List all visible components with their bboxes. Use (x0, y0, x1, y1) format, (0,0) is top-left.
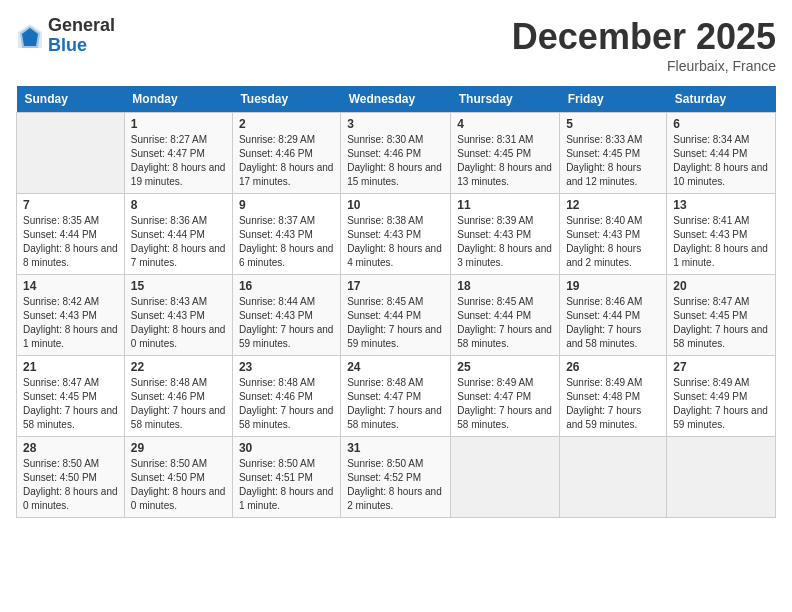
calendar-cell: 29Sunrise: 8:50 AMSunset: 4:50 PMDayligh… (124, 437, 232, 518)
day-info: Sunrise: 8:40 AMSunset: 4:43 PMDaylight:… (566, 214, 660, 270)
calendar-cell: 21Sunrise: 8:47 AMSunset: 4:45 PMDayligh… (17, 356, 125, 437)
day-number: 29 (131, 441, 226, 455)
calendar-cell: 20Sunrise: 8:47 AMSunset: 4:45 PMDayligh… (667, 275, 776, 356)
day-number: 7 (23, 198, 118, 212)
day-info: Sunrise: 8:45 AMSunset: 4:44 PMDaylight:… (457, 295, 553, 351)
logo-blue-text: Blue (48, 36, 115, 56)
day-info: Sunrise: 8:27 AMSunset: 4:47 PMDaylight:… (131, 133, 226, 189)
calendar-header-row: SundayMondayTuesdayWednesdayThursdayFrid… (17, 86, 776, 113)
calendar-cell: 30Sunrise: 8:50 AMSunset: 4:51 PMDayligh… (232, 437, 340, 518)
calendar-cell (451, 437, 560, 518)
day-info: Sunrise: 8:37 AMSunset: 4:43 PMDaylight:… (239, 214, 334, 270)
day-number: 22 (131, 360, 226, 374)
day-info: Sunrise: 8:48 AMSunset: 4:46 PMDaylight:… (131, 376, 226, 432)
column-header-friday: Friday (560, 86, 667, 113)
location: Fleurbaix, France (512, 58, 776, 74)
day-info: Sunrise: 8:47 AMSunset: 4:45 PMDaylight:… (23, 376, 118, 432)
column-header-thursday: Thursday (451, 86, 560, 113)
day-number: 31 (347, 441, 444, 455)
calendar-week-row: 14Sunrise: 8:42 AMSunset: 4:43 PMDayligh… (17, 275, 776, 356)
day-number: 20 (673, 279, 769, 293)
logo: General Blue (16, 16, 115, 56)
day-info: Sunrise: 8:39 AMSunset: 4:43 PMDaylight:… (457, 214, 553, 270)
calendar-cell: 18Sunrise: 8:45 AMSunset: 4:44 PMDayligh… (451, 275, 560, 356)
day-number: 13 (673, 198, 769, 212)
day-info: Sunrise: 8:50 AMSunset: 4:50 PMDaylight:… (23, 457, 118, 513)
day-info: Sunrise: 8:50 AMSunset: 4:51 PMDaylight:… (239, 457, 334, 513)
day-number: 4 (457, 117, 553, 131)
day-number: 18 (457, 279, 553, 293)
calendar-cell: 31Sunrise: 8:50 AMSunset: 4:52 PMDayligh… (341, 437, 451, 518)
day-info: Sunrise: 8:50 AMSunset: 4:50 PMDaylight:… (131, 457, 226, 513)
calendar-cell: 1Sunrise: 8:27 AMSunset: 4:47 PMDaylight… (124, 113, 232, 194)
day-number: 9 (239, 198, 334, 212)
day-info: Sunrise: 8:41 AMSunset: 4:43 PMDaylight:… (673, 214, 769, 270)
calendar-cell: 10Sunrise: 8:38 AMSunset: 4:43 PMDayligh… (341, 194, 451, 275)
day-info: Sunrise: 8:48 AMSunset: 4:47 PMDaylight:… (347, 376, 444, 432)
calendar-cell: 11Sunrise: 8:39 AMSunset: 4:43 PMDayligh… (451, 194, 560, 275)
calendar-cell: 2Sunrise: 8:29 AMSunset: 4:46 PMDaylight… (232, 113, 340, 194)
calendar-cell: 7Sunrise: 8:35 AMSunset: 4:44 PMDaylight… (17, 194, 125, 275)
day-info: Sunrise: 8:50 AMSunset: 4:52 PMDaylight:… (347, 457, 444, 513)
day-info: Sunrise: 8:49 AMSunset: 4:49 PMDaylight:… (673, 376, 769, 432)
column-header-sunday: Sunday (17, 86, 125, 113)
day-info: Sunrise: 8:44 AMSunset: 4:43 PMDaylight:… (239, 295, 334, 351)
calendar-cell: 19Sunrise: 8:46 AMSunset: 4:44 PMDayligh… (560, 275, 667, 356)
logo-icon (16, 22, 44, 50)
day-info: Sunrise: 8:35 AMSunset: 4:44 PMDaylight:… (23, 214, 118, 270)
day-number: 10 (347, 198, 444, 212)
calendar-cell: 28Sunrise: 8:50 AMSunset: 4:50 PMDayligh… (17, 437, 125, 518)
calendar-cell: 12Sunrise: 8:40 AMSunset: 4:43 PMDayligh… (560, 194, 667, 275)
day-number: 24 (347, 360, 444, 374)
calendar-cell: 22Sunrise: 8:48 AMSunset: 4:46 PMDayligh… (124, 356, 232, 437)
column-header-tuesday: Tuesday (232, 86, 340, 113)
day-number: 19 (566, 279, 660, 293)
calendar-cell: 27Sunrise: 8:49 AMSunset: 4:49 PMDayligh… (667, 356, 776, 437)
day-info: Sunrise: 8:49 AMSunset: 4:48 PMDaylight:… (566, 376, 660, 432)
month-title: December 2025 (512, 16, 776, 58)
calendar-cell: 25Sunrise: 8:49 AMSunset: 4:47 PMDayligh… (451, 356, 560, 437)
day-number: 21 (23, 360, 118, 374)
calendar-cell: 23Sunrise: 8:48 AMSunset: 4:46 PMDayligh… (232, 356, 340, 437)
calendar-week-row: 7Sunrise: 8:35 AMSunset: 4:44 PMDaylight… (17, 194, 776, 275)
day-number: 25 (457, 360, 553, 374)
calendar-cell: 13Sunrise: 8:41 AMSunset: 4:43 PMDayligh… (667, 194, 776, 275)
calendar-cell: 26Sunrise: 8:49 AMSunset: 4:48 PMDayligh… (560, 356, 667, 437)
calendar-cell: 17Sunrise: 8:45 AMSunset: 4:44 PMDayligh… (341, 275, 451, 356)
calendar-week-row: 21Sunrise: 8:47 AMSunset: 4:45 PMDayligh… (17, 356, 776, 437)
day-number: 16 (239, 279, 334, 293)
day-info: Sunrise: 8:42 AMSunset: 4:43 PMDaylight:… (23, 295, 118, 351)
day-number: 26 (566, 360, 660, 374)
day-number: 12 (566, 198, 660, 212)
calendar-cell: 9Sunrise: 8:37 AMSunset: 4:43 PMDaylight… (232, 194, 340, 275)
calendar-cell: 15Sunrise: 8:43 AMSunset: 4:43 PMDayligh… (124, 275, 232, 356)
day-number: 30 (239, 441, 334, 455)
day-info: Sunrise: 8:33 AMSunset: 4:45 PMDaylight:… (566, 133, 660, 189)
calendar-cell (560, 437, 667, 518)
day-info: Sunrise: 8:49 AMSunset: 4:47 PMDaylight:… (457, 376, 553, 432)
day-info: Sunrise: 8:45 AMSunset: 4:44 PMDaylight:… (347, 295, 444, 351)
day-number: 27 (673, 360, 769, 374)
day-number: 5 (566, 117, 660, 131)
day-info: Sunrise: 8:34 AMSunset: 4:44 PMDaylight:… (673, 133, 769, 189)
day-number: 11 (457, 198, 553, 212)
day-info: Sunrise: 8:43 AMSunset: 4:43 PMDaylight:… (131, 295, 226, 351)
page-header: General Blue December 2025 Fleurbaix, Fr… (16, 16, 776, 74)
day-number: 1 (131, 117, 226, 131)
day-number: 15 (131, 279, 226, 293)
day-number: 23 (239, 360, 334, 374)
day-number: 3 (347, 117, 444, 131)
day-number: 6 (673, 117, 769, 131)
calendar-table: SundayMondayTuesdayWednesdayThursdayFrid… (16, 86, 776, 518)
column-header-wednesday: Wednesday (341, 86, 451, 113)
calendar-cell: 5Sunrise: 8:33 AMSunset: 4:45 PMDaylight… (560, 113, 667, 194)
column-header-saturday: Saturday (667, 86, 776, 113)
calendar-week-row: 28Sunrise: 8:50 AMSunset: 4:50 PMDayligh… (17, 437, 776, 518)
calendar-cell: 14Sunrise: 8:42 AMSunset: 4:43 PMDayligh… (17, 275, 125, 356)
calendar-cell (667, 437, 776, 518)
calendar-cell (17, 113, 125, 194)
logo-general-text: General (48, 16, 115, 36)
calendar-cell: 4Sunrise: 8:31 AMSunset: 4:45 PMDaylight… (451, 113, 560, 194)
logo-text: General Blue (48, 16, 115, 56)
day-number: 2 (239, 117, 334, 131)
